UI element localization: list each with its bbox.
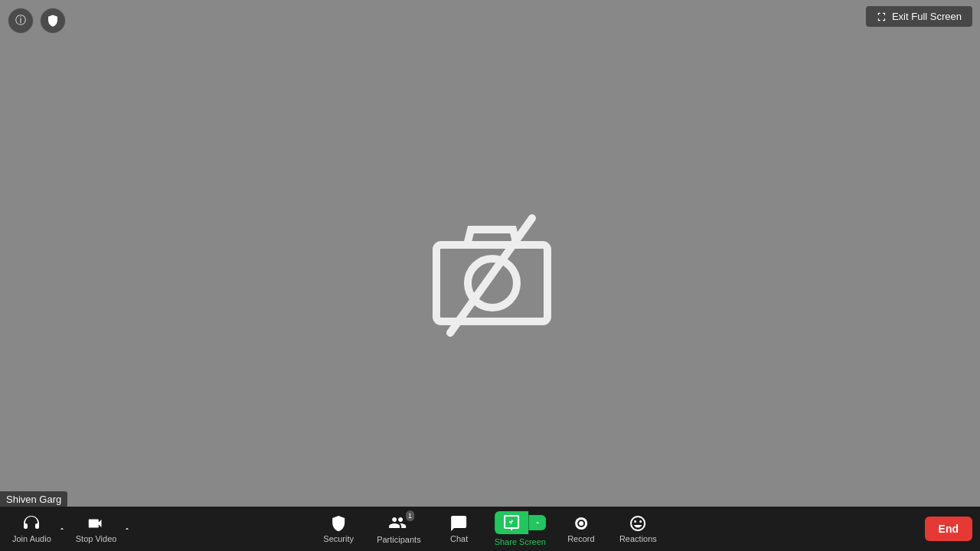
- stop-video-arrow[interactable]: [121, 522, 133, 536]
- shield-button[interactable]: [40, 8, 66, 34]
- record-icon: [572, 514, 590, 533]
- security-icon: [329, 514, 348, 533]
- exit-fullscreen-button[interactable]: Exit Full Screen: [866, 6, 972, 27]
- share-screen-label: Share Screen: [495, 537, 546, 546]
- end-button[interactable]: End: [925, 517, 972, 541]
- share-screen-icon-bg: [495, 511, 528, 534]
- toolbar-right: End: [925, 517, 972, 541]
- participants-icon: 1: [388, 514, 410, 532]
- join-audio-label: Join Audio: [12, 534, 51, 543]
- share-screen-inner: [495, 511, 546, 534]
- shield-icon: [46, 14, 60, 28]
- reactions-button[interactable]: Reactions: [615, 511, 662, 546]
- stop-video-button[interactable]: Stop Video: [71, 511, 122, 546]
- toolbar-center: Security 1 Participants: [318, 508, 662, 549]
- chevron-up-icon: [123, 525, 131, 533]
- participants-button[interactable]: 1 Participants: [372, 510, 425, 547]
- join-audio-group: Join Audio: [8, 511, 68, 546]
- fullscreen-icon: [877, 11, 887, 22]
- share-screen-icon: [502, 515, 521, 530]
- chat-button[interactable]: Chat: [439, 511, 479, 546]
- toolbar: Join Audio Stop Video: [0, 507, 980, 551]
- security-label: Security: [323, 534, 354, 543]
- video-icon: [87, 514, 106, 533]
- svg-line-2: [450, 218, 532, 333]
- stop-video-label: Stop Video: [76, 534, 117, 543]
- participant-count: 1: [406, 510, 414, 521]
- security-button[interactable]: Security: [318, 511, 358, 546]
- svg-point-5: [579, 521, 583, 526]
- share-screen-chevron[interactable]: [528, 515, 546, 530]
- toolbar-left: Join Audio Stop Video: [8, 511, 133, 546]
- chevron-up-icon: [58, 525, 66, 533]
- stop-video-group: Stop Video: [71, 511, 134, 546]
- chat-icon: [450, 514, 469, 533]
- reactions-label: Reactions: [619, 534, 657, 543]
- share-screen-button[interactable]: Share Screen: [493, 508, 547, 549]
- join-audio-arrow[interactable]: [56, 522, 68, 536]
- exit-fullscreen-label: Exit Full Screen: [892, 11, 962, 22]
- chat-label: Chat: [450, 534, 468, 543]
- top-right-controls: Exit Full Screen: [866, 6, 972, 27]
- top-left-controls: ⓘ: [8, 8, 66, 34]
- info-icon: ⓘ: [15, 14, 26, 28]
- participants-label: Participants: [377, 535, 420, 544]
- info-button[interactable]: ⓘ: [8, 8, 34, 34]
- join-audio-button[interactable]: Join Audio: [8, 511, 56, 546]
- reactions-icon: [629, 514, 647, 533]
- headphone-icon: [22, 514, 41, 533]
- participant-name-label: Shiven Garg: [0, 491, 67, 507]
- record-label: Record: [567, 534, 594, 543]
- camera-off-icon: [413, 199, 567, 352]
- main-video-area: ⓘ Exit Full Screen Shiven Garg: [0, 0, 980, 551]
- record-button[interactable]: Record: [561, 511, 601, 546]
- chevron-up-icon: [534, 519, 541, 527]
